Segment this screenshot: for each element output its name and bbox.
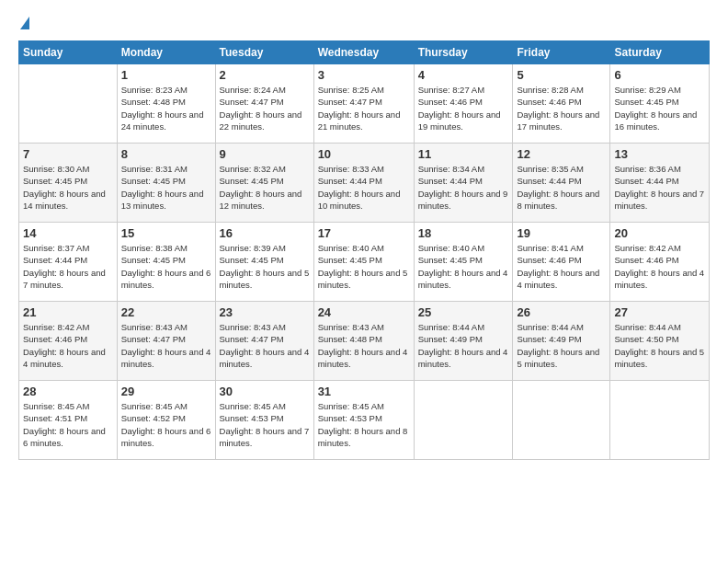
calendar-cell: 10Sunrise: 8:33 AMSunset: 4:44 PMDayligh… — [313, 144, 414, 223]
day-info: Sunrise: 8:32 AMSunset: 4:45 PMDaylight:… — [220, 163, 310, 212]
calendar-cell — [414, 381, 513, 460]
day-info: Sunrise: 8:34 AMSunset: 4:44 PMDaylight:… — [418, 163, 509, 212]
day-info: Sunrise: 8:43 AMSunset: 4:47 PMDaylight:… — [220, 321, 310, 370]
day-info: Sunrise: 8:45 AMSunset: 4:53 PMDaylight:… — [318, 400, 410, 449]
day-info: Sunrise: 8:36 AMSunset: 4:44 PMDaylight:… — [614, 163, 705, 212]
day-info: Sunrise: 8:42 AMSunset: 4:46 PMDaylight:… — [23, 321, 113, 370]
day-number: 5 — [517, 68, 606, 82]
calendar-cell: 16Sunrise: 8:39 AMSunset: 4:45 PMDayligh… — [215, 223, 313, 302]
day-info: Sunrise: 8:27 AMSunset: 4:46 PMDaylight:… — [418, 84, 509, 132]
weekday-header-friday: Friday — [513, 41, 610, 64]
calendar-cell: 6Sunrise: 8:29 AMSunset: 4:45 PMDaylight… — [610, 64, 710, 144]
day-number: 15 — [121, 226, 211, 240]
calendar-cell: 28Sunrise: 8:45 AMSunset: 4:51 PMDayligh… — [19, 381, 118, 460]
day-info: Sunrise: 8:44 AMSunset: 4:49 PMDaylight:… — [418, 321, 509, 370]
day-number: 8 — [121, 147, 211, 161]
day-number: 14 — [23, 226, 113, 240]
day-number: 17 — [318, 226, 410, 240]
day-number: 23 — [220, 305, 310, 319]
calendar-cell: 17Sunrise: 8:40 AMSunset: 4:45 PMDayligh… — [313, 223, 414, 302]
day-number: 12 — [517, 147, 606, 161]
calendar-cell: 9Sunrise: 8:32 AMSunset: 4:45 PMDaylight… — [215, 144, 313, 223]
calendar-cell: 31Sunrise: 8:45 AMSunset: 4:53 PMDayligh… — [313, 381, 414, 460]
calendar-cell — [19, 64, 118, 144]
day-number: 25 — [418, 305, 509, 319]
day-info: Sunrise: 8:28 AMSunset: 4:46 PMDaylight:… — [517, 84, 606, 132]
weekday-header-sunday: Sunday — [19, 41, 118, 64]
calendar-cell: 24Sunrise: 8:43 AMSunset: 4:48 PMDayligh… — [313, 302, 414, 381]
weekday-header-saturday: Saturday — [610, 41, 710, 64]
day-number: 7 — [23, 147, 113, 161]
day-info: Sunrise: 8:29 AMSunset: 4:45 PMDaylight:… — [614, 84, 705, 132]
day-number: 28 — [23, 385, 113, 398]
weekday-header-monday: Monday — [117, 41, 215, 64]
calendar-cell: 27Sunrise: 8:44 AMSunset: 4:50 PMDayligh… — [610, 302, 710, 381]
day-info: Sunrise: 8:44 AMSunset: 4:49 PMDaylight:… — [517, 321, 606, 370]
day-info: Sunrise: 8:39 AMSunset: 4:45 PMDaylight:… — [220, 242, 310, 291]
day-number: 9 — [220, 147, 310, 161]
calendar-cell: 7Sunrise: 8:30 AMSunset: 4:45 PMDaylight… — [19, 144, 118, 223]
header — [18, 17, 710, 31]
calendar-cell: 4Sunrise: 8:27 AMSunset: 4:46 PMDaylight… — [414, 64, 513, 144]
day-number: 18 — [418, 226, 509, 240]
calendar-cell: 1Sunrise: 8:23 AMSunset: 4:48 PMDaylight… — [117, 64, 215, 144]
day-number: 31 — [318, 385, 410, 398]
day-info: Sunrise: 8:43 AMSunset: 4:48 PMDaylight:… — [318, 321, 410, 370]
day-number: 11 — [418, 147, 509, 161]
day-info: Sunrise: 8:35 AMSunset: 4:44 PMDaylight:… — [517, 163, 606, 212]
day-info: Sunrise: 8:25 AMSunset: 4:47 PMDaylight:… — [318, 84, 410, 132]
day-info: Sunrise: 8:45 AMSunset: 4:51 PMDaylight:… — [23, 400, 113, 449]
day-number: 27 — [614, 305, 705, 319]
header-row: SundayMondayTuesdayWednesdayThursdayFrid… — [19, 41, 710, 64]
day-number: 20 — [614, 226, 705, 240]
week-row-4: 21Sunrise: 8:42 AMSunset: 4:46 PMDayligh… — [19, 302, 710, 381]
day-info: Sunrise: 8:23 AMSunset: 4:48 PMDaylight:… — [121, 84, 211, 132]
day-number: 22 — [121, 305, 211, 319]
day-info: Sunrise: 8:40 AMSunset: 4:45 PMDaylight:… — [418, 242, 509, 291]
day-info: Sunrise: 8:43 AMSunset: 4:47 PMDaylight:… — [121, 321, 211, 370]
calendar-cell — [610, 381, 710, 460]
calendar-cell: 14Sunrise: 8:37 AMSunset: 4:44 PMDayligh… — [19, 223, 118, 302]
day-number: 21 — [23, 305, 113, 319]
calendar-table: SundayMondayTuesdayWednesdayThursdayFrid… — [18, 40, 710, 460]
calendar-cell: 21Sunrise: 8:42 AMSunset: 4:46 PMDayligh… — [19, 302, 118, 381]
day-number: 19 — [517, 226, 606, 240]
calendar-cell: 26Sunrise: 8:44 AMSunset: 4:49 PMDayligh… — [513, 302, 610, 381]
calendar-cell: 29Sunrise: 8:45 AMSunset: 4:52 PMDayligh… — [117, 381, 215, 460]
day-info: Sunrise: 8:44 AMSunset: 4:50 PMDaylight:… — [614, 321, 705, 370]
logo-triangle-icon — [20, 17, 29, 29]
logo — [18, 17, 29, 31]
week-row-3: 14Sunrise: 8:37 AMSunset: 4:44 PMDayligh… — [19, 223, 710, 302]
day-number: 29 — [121, 385, 211, 398]
day-number: 3 — [318, 68, 410, 82]
day-number: 30 — [220, 385, 310, 398]
day-number: 13 — [614, 147, 705, 161]
calendar-cell — [513, 381, 610, 460]
day-number: 2 — [220, 68, 310, 82]
day-number: 24 — [318, 305, 410, 319]
calendar-cell: 18Sunrise: 8:40 AMSunset: 4:45 PMDayligh… — [414, 223, 513, 302]
calendar-cell: 3Sunrise: 8:25 AMSunset: 4:47 PMDaylight… — [313, 64, 414, 144]
day-info: Sunrise: 8:31 AMSunset: 4:45 PMDaylight:… — [121, 163, 211, 212]
calendar-cell: 12Sunrise: 8:35 AMSunset: 4:44 PMDayligh… — [513, 144, 610, 223]
day-number: 1 — [121, 68, 211, 82]
day-number: 16 — [220, 226, 310, 240]
calendar-cell: 19Sunrise: 8:41 AMSunset: 4:46 PMDayligh… — [513, 223, 610, 302]
calendar-cell: 8Sunrise: 8:31 AMSunset: 4:45 PMDaylight… — [117, 144, 215, 223]
calendar-cell: 5Sunrise: 8:28 AMSunset: 4:46 PMDaylight… — [513, 64, 610, 144]
day-info: Sunrise: 8:38 AMSunset: 4:45 PMDaylight:… — [121, 242, 211, 291]
day-number: 10 — [318, 147, 410, 161]
day-info: Sunrise: 8:42 AMSunset: 4:46 PMDaylight:… — [614, 242, 705, 291]
calendar-cell: 13Sunrise: 8:36 AMSunset: 4:44 PMDayligh… — [610, 144, 710, 223]
calendar-cell: 20Sunrise: 8:42 AMSunset: 4:46 PMDayligh… — [610, 223, 710, 302]
calendar-cell: 15Sunrise: 8:38 AMSunset: 4:45 PMDayligh… — [117, 223, 215, 302]
calendar-cell: 25Sunrise: 8:44 AMSunset: 4:49 PMDayligh… — [414, 302, 513, 381]
week-row-5: 28Sunrise: 8:45 AMSunset: 4:51 PMDayligh… — [19, 381, 710, 460]
calendar-cell: 11Sunrise: 8:34 AMSunset: 4:44 PMDayligh… — [414, 144, 513, 223]
day-number: 26 — [517, 305, 606, 319]
calendar-cell: 23Sunrise: 8:43 AMSunset: 4:47 PMDayligh… — [215, 302, 313, 381]
day-info: Sunrise: 8:45 AMSunset: 4:53 PMDaylight:… — [220, 400, 310, 449]
weekday-header-thursday: Thursday — [414, 41, 513, 64]
weekday-header-wednesday: Wednesday — [313, 41, 414, 64]
day-info: Sunrise: 8:30 AMSunset: 4:45 PMDaylight:… — [23, 163, 113, 212]
